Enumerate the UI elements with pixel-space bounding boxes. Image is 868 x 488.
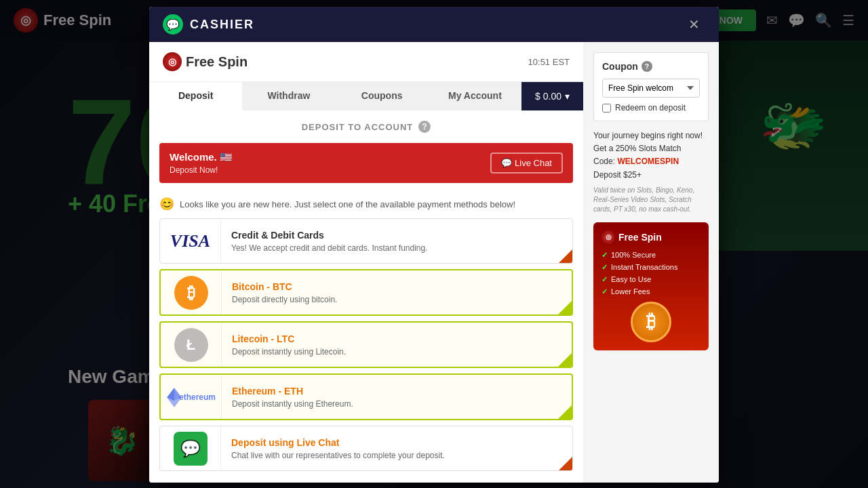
promo-feature-text-3: Lower Fees	[611, 287, 650, 296]
modal-logo-circle: ◎	[163, 52, 182, 71]
payment-item-livechat[interactable]: 💬 Deposit using Live Chat Chat live with…	[159, 426, 573, 471]
promo-feature-text-2: Easy to Use	[611, 275, 651, 283]
ethereum-name: Ethereum - ETH	[232, 386, 561, 396]
modal-body: ◎ Free Spin 10:51 EST Deposit Withdraw C…	[149, 42, 719, 483]
bitcoin-name: Bitcoin - BTC	[232, 281, 561, 292]
livechat-desc: Chat live with our representatives to co…	[231, 451, 562, 460]
modal-overlay: 💬 CASHIER ✕ ◎ Free Spin 10:51 EST De	[0, 0, 868, 488]
bitcoin-coin-icon: ₿	[631, 302, 671, 342]
deposit-header: DEPOSIT TO ACCOUNT ?	[149, 110, 583, 143]
visa-arrow	[559, 249, 572, 263]
payment-item-visa[interactable]: VISA Credit & Debit Cards Yes! We accept…	[159, 218, 573, 264]
visa-logo-container: VISA	[160, 219, 221, 263]
bitcoin-info: Bitcoin - BTC Deposit directly using bit…	[222, 274, 572, 311]
promo-feature-3: ✓ Lower Fees	[601, 287, 701, 296]
deposit-header-text: DEPOSIT TO ACCOUNT	[302, 122, 414, 132]
ethereum-text: ethereum	[179, 392, 216, 402]
promo-card-logo: ◎ Free Spin	[601, 230, 701, 244]
visa-info: Credit & Debit Cards Yes! We accept cred…	[221, 223, 572, 260]
bitcoin-logo-container: ₿	[161, 270, 222, 314]
livechat-logo: 💬	[174, 432, 208, 466]
promo-card-logo-circle: ◎	[601, 230, 615, 244]
smiley-icon: 😊	[159, 197, 174, 211]
litecoin-name: Litecoin - LTC	[232, 333, 561, 344]
tab-deposit[interactable]: Deposit	[149, 82, 242, 110]
modal-left-panel: ◎ Free Spin 10:51 EST Deposit Withdraw C…	[149, 42, 583, 483]
coupon-label-text: Coupon	[602, 61, 638, 72]
visa-desc: Yes! We accept credit and debit cards. I…	[231, 243, 562, 253]
payment-item-litecoin[interactable]: Ł Litecoin - LTC Deposit instantly using…	[159, 321, 573, 368]
coupon-select[interactable]: Free Spin welcom	[602, 79, 700, 98]
bitcoin-logo: ₿	[174, 276, 208, 310]
promo-feature-2: ✓ Easy to Use	[601, 275, 701, 284]
litecoin-desc: Deposit instantly using Litecoin.	[232, 347, 561, 357]
tab-my-account[interactable]: My Account	[429, 82, 521, 110]
livechat-info: Deposit using Live Chat Chat live with o…	[221, 430, 572, 467]
info-text: 😊 Looks like you are new here. Just sele…	[149, 190, 583, 218]
tab-coupons[interactable]: Coupons	[336, 82, 429, 110]
visa-logo: VISA	[170, 231, 210, 251]
ethereum-arrow	[558, 405, 572, 419]
check-icon-0: ✓	[601, 251, 608, 260]
promo-info: Your journey begins right now! Get a 250…	[593, 129, 709, 214]
check-icon-2: ✓	[601, 275, 608, 284]
litecoin-arrow	[558, 353, 572, 367]
promo-text-2: Get a 250% Slots Match	[593, 142, 709, 155]
redeem-checkbox[interactable]	[602, 104, 611, 113]
promo-feature-text-1: Instant Transactions	[611, 263, 677, 271]
welcome-sub: Deposit Now!	[170, 165, 233, 175]
modal-header-left: 💬 CASHIER	[163, 14, 254, 35]
coupon-label: Coupon ?	[602, 61, 700, 72]
promo-card: ◎ Free Spin ✓ 100% Secure ✓ Instant Tran…	[593, 222, 709, 350]
promo-deposit: Deposit $25+	[593, 169, 709, 182]
cashier-modal: 💬 CASHIER ✕ ◎ Free Spin 10:51 EST De	[149, 7, 719, 483]
promo-card-logo-text: Free Spin	[618, 232, 662, 243]
litecoin-info: Litecoin - LTC Deposit instantly using L…	[222, 327, 572, 363]
info-text-content: Looks like you are new here. Just select…	[180, 199, 515, 209]
welcome-banner: Welcome. 🇺🇸 Deposit Now! 💬 Live Chat	[159, 143, 573, 183]
modal-right-panel: Coupon ? Free Spin welcom Redeem on depo…	[583, 42, 719, 483]
litecoin-logo-container: Ł	[161, 323, 222, 367]
tabs-bar: Deposit Withdraw Coupons My Account $ 0.…	[149, 82, 583, 110]
modal-time: 10:51 EST	[528, 57, 570, 67]
promo-code-line: Code: WELCOMESPIN	[593, 155, 709, 168]
balance-value: $ 0.00	[535, 91, 561, 102]
welcome-content: Welcome. 🇺🇸 Deposit Now!	[170, 151, 233, 175]
ethereum-logo-container: ethereum	[161, 375, 222, 419]
deposit-help-icon[interactable]: ?	[418, 121, 431, 133]
payment-list: VISA Credit & Debit Cards Yes! We accept…	[149, 218, 583, 471]
live-chat-button[interactable]: 💬 Live Chat	[490, 152, 563, 174]
promo-code-value: WELCOMESPIN	[617, 157, 679, 166]
promo-note: Valid twice on Slots, Bingo, Keno, Real-…	[593, 186, 709, 214]
balance-dropdown-icon: ▾	[565, 91, 570, 102]
promo-features: ✓ 100% Secure ✓ Instant Transactions ✓ E…	[601, 251, 701, 296]
ethereum-info: Ethereum - ETH Deposit instantly using E…	[222, 379, 572, 415]
ethereum-desc: Deposit instantly using Ethereum.	[232, 399, 561, 409]
bitcoin-arrow	[558, 301, 572, 314]
modal-title: CASHIER	[190, 18, 254, 32]
promo-text-1: Your journey begins right now!	[593, 129, 709, 142]
modal-close-button[interactable]: ✕	[683, 14, 705, 35]
livechat-logo-container: 💬	[160, 426, 221, 470]
wechat-icon: 💬	[163, 14, 183, 35]
check-icon-3: ✓	[601, 287, 608, 296]
litecoin-logo: Ł	[174, 328, 208, 362]
bitcoin-desc: Deposit directly using bitcoin.	[232, 295, 561, 304]
visa-name: Credit & Debit Cards	[231, 230, 562, 241]
balance-button[interactable]: $ 0.00 ▾	[521, 82, 583, 110]
modal-logo: ◎ Free Spin	[163, 52, 248, 71]
livechat-name: Deposit using Live Chat	[231, 437, 562, 448]
welcome-greeting: Welcome. 🇺🇸	[170, 151, 233, 163]
livechat-arrow	[559, 457, 572, 470]
tab-withdraw[interactable]: Withdraw	[242, 82, 335, 110]
coupon-section: Coupon ? Free Spin welcom Redeem on depo…	[593, 52, 709, 121]
promo-feature-text-0: 100% Secure	[611, 251, 656, 259]
modal-logo-bar: ◎ Free Spin 10:51 EST	[149, 42, 583, 82]
check-icon-1: ✓	[601, 263, 608, 272]
coupon-help-icon[interactable]: ?	[642, 61, 652, 72]
redeem-check: Redeem on deposit	[602, 103, 700, 113]
payment-item-bitcoin[interactable]: ₿ Bitcoin - BTC Deposit directly using b…	[159, 269, 573, 316]
redeem-label: Redeem on deposit	[615, 103, 686, 113]
promo-feature-1: ✓ Instant Transactions	[601, 263, 701, 272]
payment-item-ethereum[interactable]: ethereum Ethereum - ETH Deposit instantl…	[159, 373, 573, 420]
